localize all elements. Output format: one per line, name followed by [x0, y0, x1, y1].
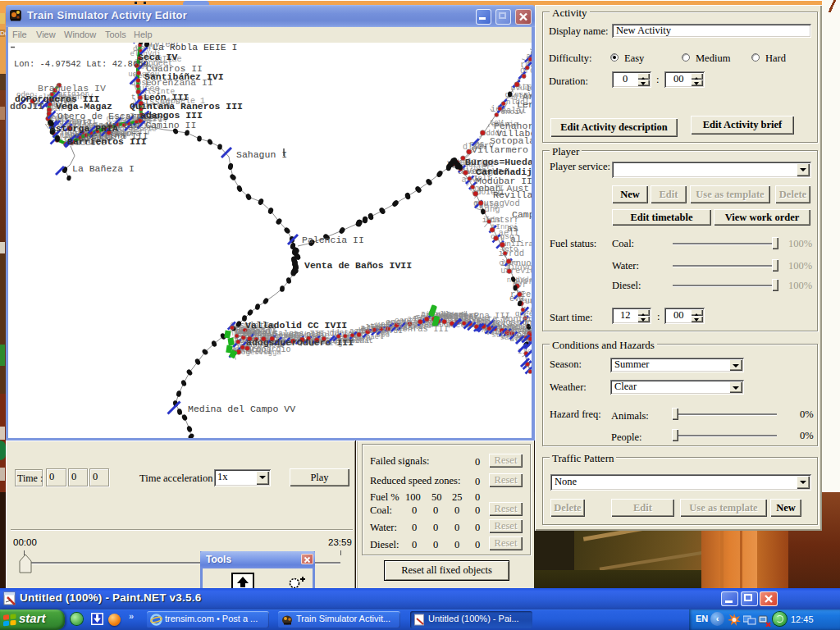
svg-text:Revilla: Revilla	[493, 189, 532, 200]
svg-text:Villarmero: Villarmero	[472, 144, 528, 155]
svg-text:uoVo: uoVo	[512, 262, 532, 272]
svg-text:Martin Camino II: Martin Camino II	[106, 120, 196, 130]
svg-text:Lanza de: Lanza de	[500, 329, 532, 339]
svg-text:Medina del Campo VV: Medina del Campo VV	[188, 404, 295, 414]
svg-text:adogsduerOduero III: adogsduerOduero III	[246, 337, 354, 348]
svg-text:ddoJII: ddoJII	[10, 101, 44, 112]
svg-text:La Bañeza I: La Bañeza I	[72, 163, 135, 174]
svg-text:as: as	[507, 223, 518, 234]
svg-text:Sahagun I: Sahagun I	[236, 149, 287, 160]
svg-text:Palencia II: Palencia II	[302, 235, 364, 245]
svg-text:Lon: -4.97542 Lat: 42.8659: Lon: -4.97542 Lat: 42.8659	[14, 59, 148, 69]
svg-text:Camp: Camp	[512, 209, 532, 220]
svg-text:ontas III: ontas III	[492, 319, 532, 329]
svg-text:Venta de Baños IVII: Venta de Baños IVII	[304, 260, 412, 271]
svg-text:Seca IV: Seca IV	[138, 52, 177, 62]
svg-text:Brañuelas IV: Brañuelas IV	[38, 83, 106, 94]
svg-text:Lorenzana II: Lorenzana II	[145, 77, 213, 88]
svg-text:enoMa: enoMa	[386, 317, 412, 327]
svg-text:al: al	[510, 234, 522, 244]
svg-text:Lerm: Lerm	[517, 99, 532, 110]
svg-text:Barrientos III: Barrientos III	[67, 136, 147, 147]
